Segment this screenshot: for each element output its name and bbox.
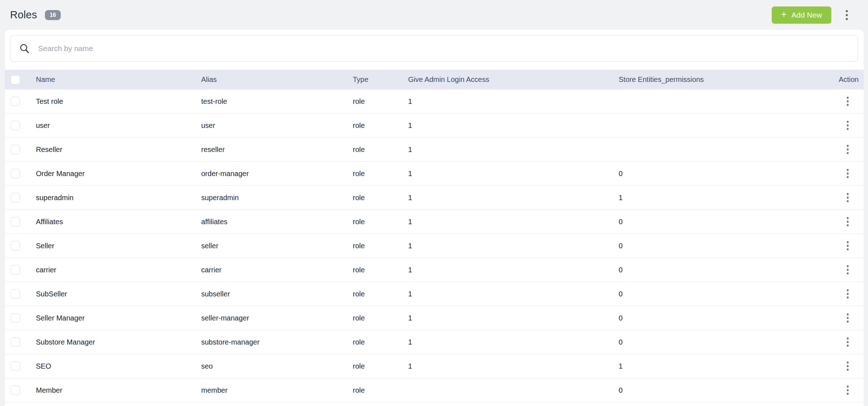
role-type-cell: role [348,386,403,395]
role-name-cell: carrier [31,266,196,274]
store-entities-permissions-cell: 0 [614,314,816,322]
select-all-checkbox[interactable] [11,75,20,84]
table-row: Member member role 0 [5,378,864,402]
row-actions-kebab-icon[interactable] [845,240,850,252]
give-admin-login-access-cell: 1 [403,121,614,130]
row-checkbox[interactable] [11,217,20,226]
column-header-name[interactable]: Name [31,75,196,84]
role-type-cell: role [348,290,403,298]
role-name-cell: Affiliates [31,218,196,226]
table-row: superadmin superadmin role 1 1 [5,186,864,210]
give-admin-login-access-cell: 1 [403,146,614,154]
table-row: user user role 1 [5,114,864,138]
role-name-cell: Test role [31,97,196,106]
column-header-store-entities-permissions[interactable]: Store Entities_permissions [614,75,816,84]
role-alias-cell: user [196,121,348,130]
table-row: SubSeller subseller role 1 0 [5,282,864,306]
page-title: Roles [10,9,37,21]
search-box [10,35,858,62]
store-entities-permissions-cell: 0 [614,218,816,226]
give-admin-login-access-cell: 1 [403,218,614,226]
store-entities-permissions-cell: 1 [614,362,816,370]
search-icon [19,43,30,54]
role-type-cell: role [348,362,403,370]
row-checkbox[interactable] [11,169,20,178]
row-checkbox[interactable] [11,386,20,395]
role-name-cell: SEO [31,362,196,370]
role-alias-cell: superadmin [196,194,348,202]
give-admin-login-access-cell: 1 [403,362,614,370]
row-actions-kebab-icon[interactable] [845,336,850,348]
table-row: Substore Manager substore-manager role 1… [5,330,864,354]
row-actions-kebab-icon[interactable] [845,216,850,228]
row-checkbox[interactable] [11,193,20,202]
role-type-cell: role [348,338,403,346]
row-actions-kebab-icon[interactable] [845,288,850,300]
table-row: Reseller reseller role 1 [5,138,864,162]
give-admin-login-access-cell: 1 [403,338,614,346]
give-admin-login-access-cell: 1 [403,266,614,274]
role-type-cell: role [348,121,403,130]
page-header: Roles 16 + Add New [0,0,868,30]
role-type-cell: role [348,170,403,178]
row-checkbox[interactable] [11,145,20,154]
store-entities-permissions-cell: 0 [614,266,816,274]
roles-card: Name Alias Type Give Admin Login Access … [5,30,864,406]
table-row: carrier carrier role 1 0 [5,258,864,282]
role-type-cell: role [348,314,403,322]
give-admin-login-access-cell: 1 [403,97,614,106]
role-name-cell: Seller Manager [31,314,196,322]
column-header-action: Action [816,75,864,84]
table-row: Test role test-role role 1 [5,89,864,114]
table-body: Test role test-role role 1 user user rol… [5,89,864,402]
store-entities-permissions-cell: 0 [614,242,816,250]
role-name-cell: Seller [31,242,196,250]
store-entities-permissions-cell: 0 [614,386,816,395]
row-checkbox[interactable] [11,289,20,299]
table-row: Order Manager order-manager role 1 0 [5,162,864,186]
roles-table: Name Alias Type Give Admin Login Access … [5,70,864,402]
give-admin-login-access-cell: 1 [403,194,614,202]
add-new-button[interactable]: + Add New [772,6,831,24]
add-new-label: Add New [791,11,822,19]
table-row: Seller Manager seller-manager role 1 0 [5,306,864,330]
give-admin-login-access-cell: 1 [403,314,614,322]
row-checkbox[interactable] [11,313,20,323]
row-actions-kebab-icon[interactable] [845,360,850,372]
role-type-cell: role [348,146,403,154]
role-name-cell: Member [31,386,196,395]
column-header-type[interactable]: Type [348,75,403,84]
row-checkbox[interactable] [11,337,20,347]
role-name-cell: user [31,121,196,130]
store-entities-permissions-cell: 0 [614,338,816,346]
roles-count-badge: 16 [45,10,61,20]
role-type-cell: role [348,194,403,202]
row-actions-kebab-icon[interactable] [845,312,850,324]
row-actions-kebab-icon[interactable] [845,119,850,132]
role-name-cell: Substore Manager [31,338,196,346]
row-actions-kebab-icon[interactable] [845,95,850,107]
row-checkbox[interactable] [11,265,20,274]
table-row: Seller seller role 1 0 [5,234,864,258]
role-alias-cell: carrier [196,266,348,274]
row-checkbox[interactable] [11,361,20,371]
header-overflow-menu-icon[interactable] [844,9,849,22]
row-actions-kebab-icon[interactable] [845,192,850,204]
row-checkbox[interactable] [11,121,20,130]
row-actions-kebab-icon[interactable] [845,167,850,180]
give-admin-login-access-cell: 1 [403,290,614,298]
row-actions-kebab-icon[interactable] [845,143,850,156]
role-alias-cell: seller [196,242,348,250]
search-input[interactable] [38,36,858,61]
give-admin-login-access-cell: 1 [403,170,614,178]
column-header-give-admin-login-access[interactable]: Give Admin Login Access [403,75,614,84]
row-actions-kebab-icon[interactable] [845,264,850,276]
give-admin-login-access-cell: 1 [403,242,614,250]
row-checkbox[interactable] [11,241,20,250]
row-checkbox[interactable] [11,97,20,106]
role-name-cell: superadmin [31,194,196,202]
role-alias-cell: test-role [196,97,348,106]
role-alias-cell: seller-manager [196,314,348,322]
column-header-alias[interactable]: Alias [196,75,348,84]
row-actions-kebab-icon[interactable] [845,384,850,396]
